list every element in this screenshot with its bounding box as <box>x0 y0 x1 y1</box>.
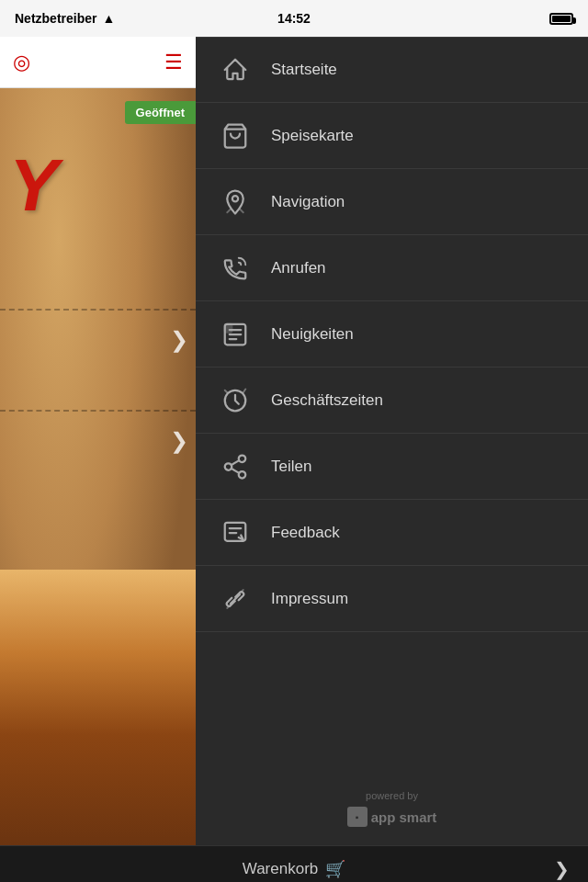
cart-icon: 🛒 <box>325 859 345 879</box>
news-icon <box>218 317 253 352</box>
hamburger-icon[interactable]: ☰ <box>164 51 183 74</box>
wifi-icon: ▲ <box>102 11 115 26</box>
nav-label-neuigkeiten: Neuigkeiten <box>271 325 354 344</box>
nav-item-speisekarte[interactable]: Speisekarte <box>196 103 588 169</box>
cart-icon <box>218 119 253 153</box>
status-battery <box>549 13 573 25</box>
appsmart-brand: app smart <box>371 809 437 825</box>
nav-item-teilen[interactable]: Teilen <box>196 434 588 500</box>
left-panel: ◎ ☰ Geöffnet Y ❯ ❯ <box>0 37 196 845</box>
status-bar: Netzbetreiber ▲ 14:52 <box>0 0 588 37</box>
search-icon[interactable]: ◎ <box>13 51 30 74</box>
brand-letter: Y <box>9 143 58 228</box>
open-badge: Geöffnet <box>125 101 196 124</box>
phone-icon <box>218 251 253 286</box>
divider-line-1 <box>0 309 196 311</box>
nav-label-feedback: Feedback <box>271 524 340 542</box>
nav-item-startseite[interactable]: Startseite <box>196 37 588 103</box>
nav-label-impressum: Impressum <box>271 590 348 608</box>
bottom-bar[interactable]: Warenkorb 🛒 ❯ <box>0 845 588 882</box>
nav-item-impressum[interactable]: Impressum <box>196 566 588 632</box>
pizza-slice-image <box>0 570 196 845</box>
warenkorb-label: Warenkorb <box>243 860 319 878</box>
svg-point-0 <box>232 196 238 201</box>
app-header: ◎ ☰ <box>0 37 196 88</box>
carousel-arrow-2[interactable]: ❯ <box>170 428 188 454</box>
status-time: 14:52 <box>277 11 311 26</box>
nav-label-navigation: Navigation <box>271 193 345 211</box>
clock-icon <box>218 383 253 418</box>
powered-by-text: powered by <box>196 790 588 801</box>
handshake-icon <box>218 582 253 616</box>
battery-icon <box>549 13 573 25</box>
divider-line-2 <box>0 410 196 412</box>
main-container: ◎ ☰ Geöffnet Y ❯ ❯ Startseite <box>0 37 588 845</box>
nav-item-geschaeftszeiten[interactable]: Geschäftszeiten <box>196 368 588 434</box>
nav-label-geschaeftszeiten: Geschäftszeiten <box>271 391 383 410</box>
feedback-icon <box>218 515 253 550</box>
nav-item-neuigkeiten[interactable]: Neuigkeiten <box>196 301 588 368</box>
nav-label-teilen: Teilen <box>271 458 311 476</box>
nav-menu: Startseite Speisekarte Navigatio <box>196 37 588 764</box>
nav-label-startseite: Startseite <box>271 61 337 79</box>
cart-bar: Warenkorb 🛒 <box>243 859 346 879</box>
pizza-background: Geöffnet Y ❯ ❯ <box>0 88 196 845</box>
appsmart-logo: ▪ app smart <box>347 807 437 827</box>
carrier-text: Netzbetreiber <box>15 11 96 26</box>
nav-label-anrufen: Anrufen <box>271 259 326 277</box>
nav-item-anrufen[interactable]: Anrufen <box>196 235 588 301</box>
bottom-arrow-icon[interactable]: ❯ <box>554 858 570 880</box>
navigation-panel: Startseite Speisekarte Navigatio <box>196 37 588 845</box>
status-carrier: Netzbetreiber ▲ <box>15 11 115 26</box>
nav-item-navigation[interactable]: Navigation <box>196 169 588 235</box>
appsmart-icon: ▪ <box>347 807 368 827</box>
share-icon <box>218 449 253 484</box>
carousel-arrow-1[interactable]: ❯ <box>170 327 188 353</box>
map-icon <box>218 185 253 220</box>
nav-label-speisekarte: Speisekarte <box>271 127 354 145</box>
home-icon <box>218 52 253 87</box>
pizza-hero-image: Geöffnet Y ❯ ❯ <box>0 88 196 845</box>
nav-item-feedback[interactable]: Feedback <box>196 500 588 566</box>
powered-by-section: powered by ▪ app smart <box>196 764 588 845</box>
svg-rect-2 <box>225 323 232 332</box>
